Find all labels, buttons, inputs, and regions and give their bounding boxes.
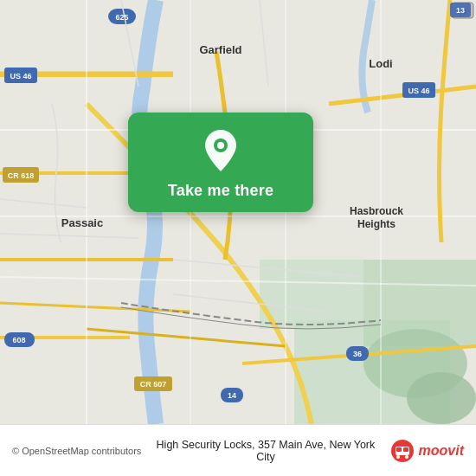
svg-text:Passaic: Passaic xyxy=(61,216,103,229)
moovit-logo[interactable]: moovit xyxy=(390,439,464,463)
location-pin-icon xyxy=(202,128,240,173)
location-info: High Security Locks, 357 Main Ave, New Y… xyxy=(141,439,389,463)
svg-text:CR 618: CR 618 xyxy=(8,171,35,180)
bottom-bar: © OpenStreetMap contributors High Securi… xyxy=(0,424,476,476)
svg-point-62 xyxy=(405,455,408,459)
map-background: US 46 US 46 CR 618 625 NJ 17 13 608 14 xyxy=(0,0,476,424)
svg-point-61 xyxy=(396,455,400,459)
svg-text:US 46: US 46 xyxy=(408,87,429,95)
take-me-there-button[interactable]: Take me there xyxy=(128,113,313,212)
svg-text:13: 13 xyxy=(456,6,465,15)
svg-rect-59 xyxy=(396,447,402,452)
moovit-bus-icon xyxy=(390,439,415,463)
svg-text:625: 625 xyxy=(115,13,128,22)
svg-text:US 46: US 46 xyxy=(10,72,31,80)
moovit-text: moovit xyxy=(419,443,464,459)
map-container: US 46 US 46 CR 618 625 NJ 17 13 608 14 xyxy=(0,0,476,424)
svg-text:36: 36 xyxy=(353,350,362,358)
copyright-text: © OpenStreetMap contributors xyxy=(12,446,141,456)
svg-point-56 xyxy=(217,142,224,149)
svg-rect-1 xyxy=(260,260,363,329)
svg-text:608: 608 xyxy=(12,336,25,344)
svg-text:Heights: Heights xyxy=(357,218,396,230)
svg-text:Lodi: Lodi xyxy=(369,57,392,70)
svg-text:14: 14 xyxy=(228,391,236,400)
take-me-there-label: Take me there xyxy=(168,182,273,200)
svg-text:CR 507: CR 507 xyxy=(140,380,167,389)
svg-rect-60 xyxy=(403,447,408,452)
svg-point-5 xyxy=(407,372,476,424)
svg-text:Hasbrouck: Hasbrouck xyxy=(350,205,403,217)
svg-text:Garfield: Garfield xyxy=(199,43,241,56)
